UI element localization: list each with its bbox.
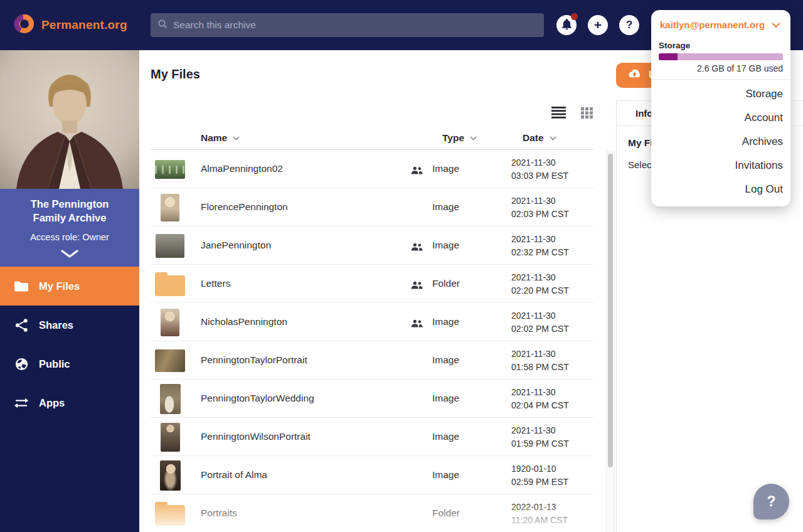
column-label: Date: [523, 132, 544, 144]
file-name: Portraits: [201, 508, 237, 519]
storage-used-text: 2.6 GB of 17 GB used: [659, 63, 783, 73]
column-header-date[interactable]: Date: [523, 132, 556, 144]
file-name: JanePennington: [201, 240, 271, 251]
archive-switcher[interactable]: The Pennington Family Archive Access rol…: [0, 189, 139, 267]
file-row[interactable]: PenningtonTaylorWedding Image 2021-11-30…: [151, 380, 593, 418]
info-panel-hint: Select: [628, 159, 654, 170]
cloud-upload-icon: [627, 69, 642, 82]
chevron-down-icon: [0, 249, 139, 260]
storage-progress-bar: [659, 53, 783, 60]
file-time: 01:59 PM CST: [511, 437, 569, 450]
file-date: 2021-11-30: [511, 386, 569, 399]
file-table-header: Name Type Date: [151, 127, 593, 150]
archive-access-role: Access role: Owner: [0, 232, 139, 242]
shared-icon: [411, 319, 423, 330]
file-row[interactable]: NicholasPennington Image 2021-11-30 02:0…: [151, 303, 593, 341]
help-button[interactable]: ?: [619, 15, 639, 35]
file-thumbnail: [160, 460, 181, 491]
file-date: 2021-11-30: [511, 271, 569, 284]
file-time: 03:03 PM EST: [511, 169, 568, 183]
file-row[interactable]: AlmaPennington02 Image 2021-11-30 03:03 …: [151, 150, 593, 188]
column-header-name[interactable]: Name: [201, 132, 240, 144]
account-menu-item[interactable]: Archives: [651, 130, 790, 154]
file-date-cell: 1920-01-10 02:59 PM EST: [511, 462, 568, 489]
file-time: 02:02 PM CST: [511, 322, 569, 336]
file-date: 2021-11-30: [511, 424, 569, 437]
file-date-cell: 2021-11-30 01:58 PM CST: [511, 348, 569, 374]
account-menu-item[interactable]: Log Out: [651, 178, 790, 201]
file-name: Letters: [201, 278, 230, 289]
account-menu-item[interactable]: Account: [651, 106, 790, 130]
file-row[interactable]: PenningtonWilsonPortrait Image 2021-11-3…: [151, 418, 593, 456]
thumbnail-cell: [151, 188, 189, 226]
file-date-cell: 2021-11-30 02:04 PM CST: [511, 386, 569, 412]
file-thumbnail: [161, 423, 180, 452]
file-type: Image: [432, 240, 459, 251]
list-view-icon[interactable]: [551, 107, 566, 121]
file-date-cell: 2021-11-30 02:03 PM CST: [511, 194, 569, 221]
thumbnail-cell: [151, 265, 189, 303]
account-menu-item[interactable]: Storage: [651, 82, 790, 106]
account-menu-item[interactable]: Invitations: [651, 154, 790, 178]
sort-chevron-icon: [233, 136, 240, 141]
sidebar-item-public[interactable]: Public: [0, 344, 139, 383]
sidebar-item-shares[interactable]: Shares: [0, 306, 139, 344]
storage-label: Storage: [659, 41, 783, 50]
file-date-cell: 2021-11-30 02:32 PM CST: [511, 233, 569, 259]
file-thumbnail: [155, 272, 185, 296]
archive-photo[interactable]: [0, 50, 139, 189]
share-icon: [13, 318, 29, 332]
search-placeholder: Search this archive: [173, 19, 256, 31]
shared-icon: [411, 242, 423, 253]
thumbnail-cell: [151, 380, 189, 418]
file-type: Image: [432, 163, 459, 174]
file-type: Folder: [432, 508, 460, 519]
file-thumbnail: [155, 349, 185, 372]
grid-view-icon[interactable]: [581, 107, 593, 121]
file-row[interactable]: Letters Folder 2021-11-30 02:20 PM CST: [151, 265, 593, 303]
notifications-button[interactable]: [556, 15, 577, 35]
permanent-logo-icon: [13, 13, 35, 38]
brand[interactable]: Permanent.org: [13, 13, 127, 38]
file-type: Image: [432, 354, 459, 366]
file-row[interactable]: JanePennington Image 2021-11-30 02:32 PM…: [151, 226, 593, 265]
file-date: 2021-11-30: [511, 194, 569, 208]
list-scrollbar-thumb[interactable]: [608, 154, 613, 467]
account-menu-button[interactable]: kaitlyn@permanent.org: [651, 10, 790, 38]
help-beacon-button[interactable]: ?: [753, 484, 789, 519]
sidebar-item-label: My Files: [39, 280, 80, 292]
archive-name: The Pennington Family Archive: [0, 197, 139, 225]
file-time: 02:59 PM EST: [511, 476, 568, 489]
sidebar-item-label: Public: [39, 358, 70, 370]
sidebar-item-apps[interactable]: Apps: [0, 383, 139, 422]
search-input[interactable]: Search this archive: [151, 13, 544, 37]
file-row[interactable]: FlorencePennington Image 2021-11-30 02:0…: [151, 188, 593, 226]
file-name: FlorencePennington: [201, 201, 288, 213]
brand-name: Permanent.org: [41, 18, 127, 32]
add-button[interactable]: +: [588, 15, 608, 35]
thumbnail-cell: [151, 150, 189, 188]
file-row[interactable]: PenningtonTaylorPortrait Image 2021-11-3…: [151, 341, 593, 380]
list-scrollbar-track[interactable]: [606, 150, 615, 532]
file-time: 02:20 PM CST: [511, 284, 569, 297]
file-thumbnail: [155, 160, 185, 179]
file-row[interactable]: Portrait of Alma Image 1920-01-10 02:59 …: [151, 456, 593, 494]
file-date: 2021-11-30: [511, 233, 569, 246]
tab-info[interactable]: Info: [635, 108, 653, 119]
account-dropdown: kaitlyn@permanent.org Storage 2.6 GB of …: [651, 10, 790, 206]
file-thumbnail: [161, 309, 179, 336]
file-name: AlmaPennington02: [201, 163, 283, 174]
file-row[interactable]: Portraits Folder 2022-01-13 11:20 AM CST: [151, 494, 593, 532]
sort-chevron-icon: [550, 136, 556, 141]
file-list: AlmaPennington02 Image 2021-11-30 03:03 …: [151, 150, 593, 532]
search-icon: [158, 19, 168, 31]
file-time: 02:04 PM CST: [511, 399, 569, 412]
page-title: My Files: [151, 67, 200, 82]
sidebar-item-my-files[interactable]: My Files: [0, 267, 139, 306]
thumbnail-cell: [151, 226, 189, 265]
file-date: 2022-01-13: [511, 501, 568, 514]
account-dropdown-items: Storage Account Archives Invitations Log…: [651, 82, 790, 201]
thumbnail-cell: [151, 456, 189, 494]
column-header-type[interactable]: Type: [442, 132, 477, 144]
file-date-cell: 2021-11-30 01:59 PM CST: [511, 424, 569, 450]
